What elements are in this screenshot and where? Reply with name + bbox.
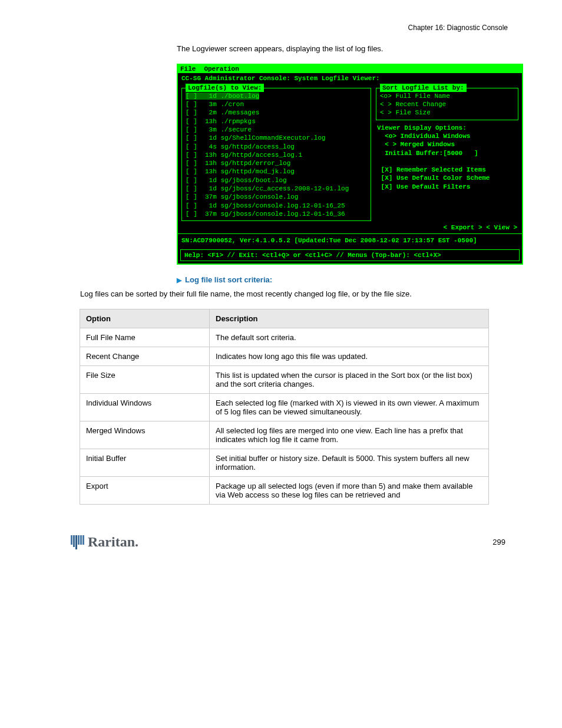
table-header-description: Description xyxy=(210,309,489,328)
section-heading: ▶Log file list sort criteria: xyxy=(177,275,508,284)
cell: Each selected log file (marked with X) i… xyxy=(210,394,489,421)
cell: File Size xyxy=(80,366,210,394)
table-row: File SizeThis list is updated when the c… xyxy=(80,366,489,394)
table-row: ExportPackage up all selected logs (even… xyxy=(80,477,489,505)
options-table: Option Description Full File NameThe def… xyxy=(80,309,489,505)
terminal-actions[interactable]: < Export > < View > xyxy=(178,222,522,233)
table-row: Individual WindowsEach selected log file… xyxy=(80,394,489,421)
brand-icon xyxy=(71,535,84,549)
cell: Export xyxy=(80,477,210,505)
sort-box-label: Sort Logfile List by: xyxy=(380,84,467,92)
page-number: 299 xyxy=(144,538,508,546)
cell: Recent Change xyxy=(80,347,210,366)
chapter-header: Chapter 16: Diagnostic Console xyxy=(71,24,508,32)
terminal-screenshot: File Operation CC-SG Administrator Conso… xyxy=(177,64,523,265)
logfiles-box: Logfile(s) to View: [ ] 1d ./boot.log [ … xyxy=(181,88,371,221)
menu-operation[interactable]: Operation xyxy=(204,65,239,73)
cell: All selected log files are merged into o… xyxy=(210,421,489,449)
log-list[interactable]: [ ] 1d ./boot.log [ ] 3m ./cron [ ] 2m .… xyxy=(182,88,371,220)
table-header-option: Option xyxy=(80,309,210,328)
cell: Full File Name xyxy=(80,328,210,347)
sort-box: Sort Logfile List by: <o> Full File Name… xyxy=(376,88,518,120)
arrow-icon: ▶ xyxy=(177,276,181,284)
brand-logo: Raritan. xyxy=(71,534,138,550)
cell: Individual Windows xyxy=(80,394,210,421)
terminal-title: CC-SG Administrator Console: System Logf… xyxy=(178,73,522,84)
menu-file[interactable]: File xyxy=(180,65,196,73)
table-row: Full File NameThe default sort criteria. xyxy=(80,328,489,347)
cell: Indicates how long ago this file was upd… xyxy=(210,347,489,366)
cell: The default sort criteria. xyxy=(210,328,489,347)
sort-options[interactable]: <o> Full File Name < > Recent Change < >… xyxy=(376,88,518,120)
logfiles-box-label: Logfile(s) to View: xyxy=(186,84,264,92)
cell: Initial Buffer xyxy=(80,449,210,477)
intro-text: The Logviewer screen appears, displaying… xyxy=(177,44,508,54)
table-row: Initial BufferSet initial buffer or hist… xyxy=(80,449,489,477)
table-row: Recent ChangeIndicates how long ago this… xyxy=(80,347,489,366)
cell: Package up all selected logs (even if mo… xyxy=(210,477,489,505)
section-note: Log files can be sorted by their full fi… xyxy=(80,289,508,299)
cell: This list is updated when the cursor is … xyxy=(210,366,489,394)
cell: Set initial buffer or history size. Defa… xyxy=(210,449,489,477)
cell: Merged Windows xyxy=(80,421,210,449)
terminal-menubar: File Operation xyxy=(178,65,522,73)
brand-name: Raritan. xyxy=(88,534,138,550)
section-heading-text: Log file list sort criteria: xyxy=(185,275,272,284)
terminal-status-line: SN:ACD7900052, Ver:4.1.0.5.2 [Updated:Tu… xyxy=(178,233,522,247)
table-row: Merged WindowsAll selected log files are… xyxy=(80,421,489,449)
terminal-help-line: Help: <F1> // Exit: <ctl+Q> or <ctl+C> /… xyxy=(180,249,520,261)
